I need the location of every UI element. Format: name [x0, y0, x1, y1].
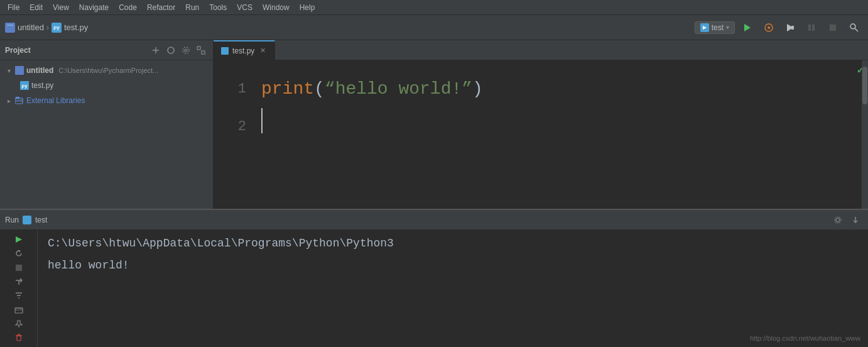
chevron-down-icon: ▾ — [726, 24, 729, 31]
svg-rect-7 — [791, 26, 794, 30]
svg-marker-27 — [19, 250, 21, 252]
sync-button[interactable] — [164, 43, 178, 57]
paren-close: ) — [472, 70, 483, 108]
tree-label-test-py: test.py — [31, 81, 53, 90]
svg-rect-18 — [202, 51, 205, 54]
line-number-2: 2 — [219, 108, 246, 146]
menu-help[interactable]: Help — [295, 2, 320, 13]
main-area: Project ▾ untitled — [0, 40, 868, 209]
run-sidebar-run-button[interactable] — [10, 234, 28, 245]
breadcrumb-sep1: › — [45, 23, 50, 32]
svg-rect-9 — [812, 25, 815, 31]
scrollbar-thumb — [862, 67, 867, 104]
stop-button[interactable] — [824, 19, 842, 36]
run-config-dropdown[interactable]: test ▾ — [695, 21, 735, 34]
svg-rect-38 — [17, 336, 21, 341]
menu-bar: File Edit View Navigate Code Refactor Ru… — [0, 0, 868, 15]
tab-test-py[interactable]: test.py ✕ — [214, 40, 275, 60]
tree-item-external-libs[interactable]: ▸ External Libraries — [0, 93, 213, 108]
svg-marker-2 — [703, 26, 707, 30]
py-icon: py — [20, 81, 29, 90]
run-tab[interactable]: Run test — [5, 216, 47, 224]
output-line-path: C:\Users\htwu\AppData\Local\Programs\Pyt… — [48, 235, 858, 252]
run-tab-label: Run — [5, 216, 19, 224]
new-file-button[interactable] — [149, 43, 163, 57]
run-coverage-button[interactable] — [781, 19, 799, 36]
keyword-print: print — [261, 70, 314, 108]
menu-navigate[interactable]: Navigate — [74, 2, 114, 13]
svg-rect-1 — [7, 26, 13, 30]
run-config-name: test — [35, 216, 47, 224]
bottom-panel: Run test — [0, 209, 868, 347]
menu-tools[interactable]: Tools — [204, 2, 232, 13]
sidebar-actions — [149, 43, 208, 57]
svg-point-5 — [768, 26, 770, 29]
svg-rect-17 — [197, 47, 200, 50]
menu-code[interactable]: Code — [114, 2, 142, 13]
right-toolbar: test ▾ — [695, 19, 863, 36]
settings-button[interactable] — [179, 43, 193, 57]
panel-settings-button[interactable] — [830, 212, 845, 228]
breadcrumb: untitled › py test.py — [5, 23, 695, 33]
tree-item-test-py[interactable]: py test.py — [0, 78, 213, 93]
run-button[interactable] — [739, 19, 756, 36]
svg-point-23 — [836, 218, 840, 222]
project-icon — [5, 23, 15, 33]
tree-label-external-libs: External Libraries — [26, 96, 85, 105]
title-bar: untitled › py test.py test ▾ — [0, 15, 868, 40]
run-sidebar-rerun-button[interactable] — [10, 248, 28, 259]
editor-scrollbar[interactable] — [862, 60, 868, 209]
py-file-icon: py — [52, 23, 62, 33]
tree-arrow-root: ▾ — [5, 67, 13, 74]
breadcrumb-project[interactable]: untitled — [5, 23, 44, 33]
text-cursor — [261, 108, 263, 133]
svg-rect-20 — [16, 97, 19, 99]
search-everywhere-button[interactable] — [845, 19, 863, 36]
run-sidebar — [0, 230, 38, 347]
breadcrumb-file-label: test.py — [64, 23, 88, 32]
tab-label: test.py — [232, 47, 254, 55]
sidebar-content: ▾ untitled C:\Users\htwu\PycharmProject.… — [0, 60, 213, 209]
line-numbers: 1 2 — [214, 60, 251, 209]
collapse-all-button[interactable] — [194, 43, 208, 57]
string-hello-world: “hello world!” — [325, 70, 472, 108]
tree-arrow-external: ▸ — [5, 97, 13, 104]
run-output-content: C:\Users\htwu\AppData\Local\Programs\Pyt… — [38, 230, 868, 347]
breadcrumb-file[interactable]: py test.py — [52, 23, 88, 33]
pause-button[interactable] — [803, 19, 820, 36]
menu-run[interactable]: Run — [180, 2, 204, 13]
run-sidebar-step-over-button[interactable] — [10, 276, 28, 287]
run-sidebar-pin-button[interactable] — [10, 318, 28, 329]
run-sidebar-export-button[interactable] — [10, 304, 28, 315]
tree-label-root: untitled — [26, 66, 53, 75]
menu-window[interactable]: Window — [258, 2, 295, 13]
run-config-label: test — [712, 23, 724, 32]
bottom-panel-header: Run test — [0, 210, 868, 230]
panel-download-button[interactable] — [848, 212, 863, 228]
panel-right-actions — [830, 212, 863, 228]
menu-file[interactable]: File — [3, 2, 24, 13]
svg-line-12 — [855, 28, 858, 31]
svg-rect-34 — [15, 308, 23, 313]
menu-view[interactable]: View — [48, 2, 74, 13]
svg-rect-28 — [16, 265, 22, 271]
watermark-text: http://blog.csdn.net/wuhaotian_www — [750, 333, 860, 344]
code-line-2 — [251, 108, 862, 133]
run-sidebar-stop-button[interactable] — [10, 262, 28, 273]
run-sidebar-clear-button[interactable] — [10, 332, 28, 343]
tab-close-button[interactable]: ✕ — [258, 47, 267, 55]
menu-refactor[interactable]: Refactor — [142, 2, 180, 13]
paren-open: ( — [314, 70, 325, 108]
run-sidebar-filter-button[interactable] — [10, 290, 28, 301]
tree-item-root[interactable]: ▾ untitled C:\Users\htwu\PycharmProject.… — [0, 63, 213, 78]
debug-button[interactable] — [760, 19, 778, 36]
code-editor[interactable]: 1 2 print(“hello world!”) ✓ — [214, 60, 868, 209]
menu-edit[interactable]: Edit — [24, 2, 48, 13]
svg-point-11 — [850, 24, 855, 29]
svg-rect-8 — [808, 25, 811, 31]
svg-marker-26 — [16, 236, 22, 243]
sidebar-title: Project — [5, 46, 31, 55]
code-content[interactable]: print(“hello world!”) — [251, 60, 862, 209]
svg-rect-10 — [830, 25, 836, 31]
menu-vcs[interactable]: VCS — [232, 2, 258, 13]
